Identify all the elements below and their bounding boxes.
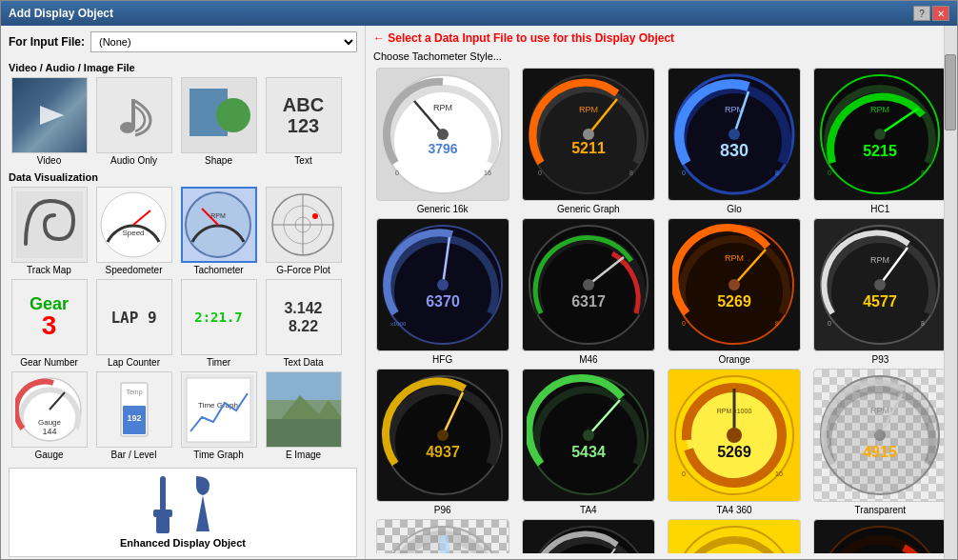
tach-label-ta4-360: TA4 360 — [717, 505, 752, 515]
gear-number-item[interactable]: Gear 3 Gear Number — [9, 279, 90, 368]
svg-point-75 — [728, 279, 740, 290]
svg-text:0: 0 — [538, 170, 542, 176]
audio-only-item[interactable]: Audio Only — [93, 77, 174, 166]
gear-number-text: 3 — [42, 312, 57, 339]
svg-point-105 — [874, 430, 886, 441]
bar-level-item[interactable]: Temp 192 Bar / Level — [93, 371, 174, 460]
tach-style-hc1[interactable]: RPM 5215 0 8 HC1 — [809, 68, 951, 214]
tach-style-vwb[interactable]: RPM VWB — [517, 519, 659, 553]
tach-style-generic16k[interactable]: RPM 3796 0 16 Generic 16k — [371, 68, 513, 214]
speedometer-thumbnail: Speed — [96, 187, 172, 263]
tach-style-p96[interactable]: 4937 P96 — [371, 369, 513, 515]
gauge-item[interactable]: Gauge 144 Gauge — [9, 371, 90, 460]
g-force-item[interactable]: G-Force Plot — [263, 187, 344, 275]
shape-item[interactable]: Shape — [178, 77, 259, 166]
tach-img-orange: RPM 5269 0 8 — [668, 218, 801, 351]
tach-label-ta4: TA4 — [580, 505, 597, 515]
tach-img-p96: 4937 — [376, 369, 509, 502]
help-button[interactable]: ? — [913, 6, 930, 21]
gear-number-label: Gear Number — [20, 357, 78, 368]
text-label: Text — [294, 155, 311, 166]
scrollbar-thumb[interactable] — [945, 54, 956, 130]
gauge-svg: Gauge 144 — [15, 375, 84, 444]
svg-text:0: 0 — [682, 470, 686, 477]
lap-counter-label: Lap Counter — [108, 357, 160, 368]
svg-text:8: 8 — [921, 320, 925, 327]
tach-img-generic-graph: RPM 5211 0 8 — [522, 68, 655, 201]
instruction-text: ← Select a Data Input File to use for th… — [369, 31, 953, 45]
timer-text-display: 2:21.7 — [194, 310, 243, 325]
time-graph-item[interactable]: Time Graph Time Graph — [178, 371, 259, 460]
text-data-item[interactable]: 3.1428.22 Text Data — [263, 279, 344, 368]
track-map-svg — [16, 191, 83, 258]
svg-point-92 — [583, 430, 594, 441]
track-map-item[interactable]: Track Map — [9, 187, 90, 275]
svg-text:RPM: RPM — [579, 105, 598, 114]
svg-text:0: 0 — [682, 170, 686, 176]
svg-text:830: 830 — [720, 141, 748, 160]
g-force-svg — [268, 190, 339, 261]
tach-img-hfg: 6370 x1000 — [376, 218, 509, 351]
speedometer-svg: Speed — [98, 190, 170, 261]
svg-text:5269: 5269 — [717, 293, 751, 310]
svg-rect-28 — [267, 419, 341, 448]
tach-style-orange[interactable]: RPM 5269 0 8 Orange — [664, 218, 806, 365]
gauge-yellow-svg: RPM x1000 5470 0 10 — [672, 524, 796, 553]
close-button[interactable]: ✕ — [932, 6, 949, 21]
track-map-label: Track Map — [27, 265, 71, 275]
tach-style-ta4[interactable]: 5434 TA4 — [517, 369, 659, 515]
input-file-select[interactable]: (None) — [90, 31, 357, 52]
scrollbar-track[interactable] — [944, 26, 957, 559]
svg-text:RPM: RPM — [210, 212, 226, 219]
tachometer-thumbnail: RPM — [181, 187, 257, 263]
tach-style-transparent[interactable]: RPM 4915 Transparent — [809, 369, 951, 515]
e-image-item[interactable]: E Image — [263, 371, 344, 460]
tach-img-glo: RPM 830 0 8 — [668, 68, 801, 201]
audio-thumbnail — [96, 77, 172, 153]
svg-text:8: 8 — [775, 320, 779, 327]
data-vis-grid: Track Map Speed Sp — [9, 187, 357, 460]
enhanced-display-box[interactable]: Enhanced Display Object — [9, 468, 357, 557]
tachometer-svg: RPM — [183, 190, 254, 261]
timegraph-thumb-inner: Time Graph — [182, 371, 256, 448]
svg-point-38 — [437, 129, 449, 140]
gauge-vwb-svg: RPM — [527, 524, 650, 553]
tach-style-ta4-360[interactable]: RPM x1000 5269 0 10 TA4 360 — [664, 369, 806, 515]
gauge-ta4-svg: 5434 — [527, 373, 650, 497]
input-file-label: For Input File: — [9, 35, 85, 49]
text-data-label: Text Data — [283, 357, 323, 368]
gauge-transparent-svg: RPM 4915 — [818, 373, 942, 497]
tach-label-generic16k: Generic 16k — [417, 204, 469, 214]
tach-img-z33: REV 5470 — [813, 519, 947, 553]
svg-text:6370: 6370 — [426, 293, 460, 310]
svg-text:Temp: Temp — [126, 389, 142, 396]
tachometer-item[interactable]: RPM Tachometer — [178, 187, 259, 275]
svg-text:RPM: RPM — [870, 406, 889, 415]
eimage-thumb-inner — [267, 371, 341, 448]
tach-style-m46[interactable]: 6317 M46 — [517, 218, 659, 365]
video-audio-grid: Video Audio Only — [9, 77, 357, 166]
speedometer-item[interactable]: Speed Speedometer — [93, 187, 174, 275]
svg-marker-0 — [40, 106, 64, 125]
svg-text:0: 0 — [682, 320, 686, 327]
tach-label-glo: Glo — [727, 204, 742, 214]
lap-counter-item[interactable]: LAP 9 Lap Counter — [93, 279, 174, 368]
text-item[interactable]: ABC123 Text — [263, 77, 344, 166]
titlebar: Add Display Object ? ✕ — [1, 1, 957, 26]
timer-item[interactable]: 2:21.7 Timer — [178, 279, 259, 368]
tach-style-generic-graph[interactable]: RPM 5211 0 8 Generic Graph — [517, 68, 659, 214]
tach-style-p93[interactable]: RPM 4577 0 8 P93 — [809, 218, 951, 365]
video-item[interactable]: Video — [9, 77, 90, 166]
gauge-ta4-360-svg: RPM x1000 5269 0 10 — [672, 373, 796, 497]
svg-text:5215: 5215 — [864, 143, 898, 159]
tach-style-yellow[interactable]: RPM x1000 5470 0 10 Yellow — [664, 519, 806, 553]
tach-style-hfg[interactable]: 6370 x1000 HFG — [371, 218, 513, 365]
svg-text:144: 144 — [42, 427, 56, 436]
tach-style-z33[interactable]: REV 5470 Z33 — [809, 519, 951, 553]
tach-style-transparent-graph[interactable]: RPM RPM Transparent Graph — [371, 519, 513, 553]
svg-text:0: 0 — [828, 170, 831, 176]
gauge-z33-svg: REV 5470 — [818, 524, 942, 553]
shape-thumb-inner — [182, 77, 256, 153]
tach-style-glo[interactable]: RPM 830 0 8 Glo — [664, 68, 806, 214]
svg-text:5211: 5211 — [571, 140, 606, 156]
